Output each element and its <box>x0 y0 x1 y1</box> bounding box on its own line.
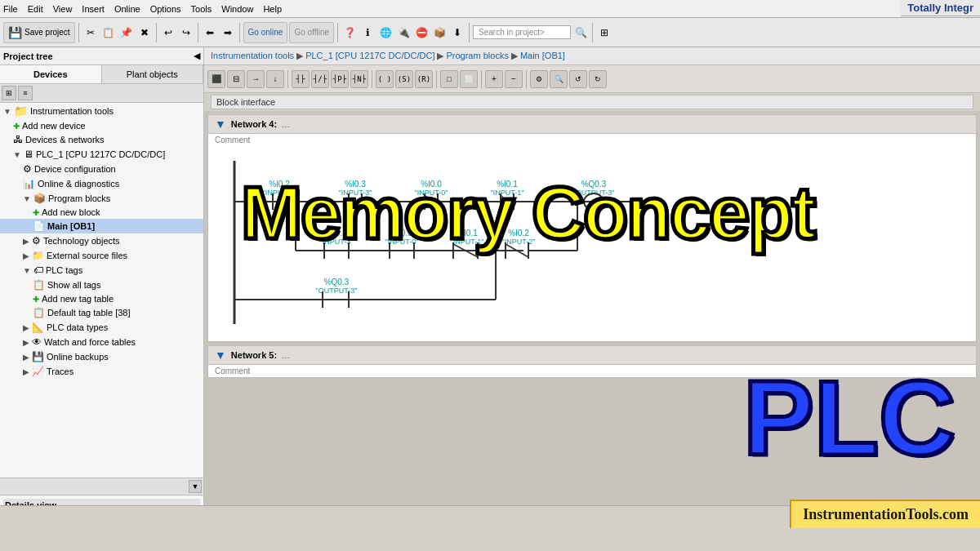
disconnect-icon[interactable]: 🔌 <box>395 24 412 41</box>
tree-item-add-tag-table[interactable]: ✚ Add new tag table <box>0 292 203 305</box>
ladder-btn-1[interactable]: ⬛ <box>207 70 225 88</box>
help-icon[interactable]: ❓ <box>341 24 358 41</box>
network-icon[interactable]: 🌐 <box>377 24 394 41</box>
ladder-contact-nc[interactable]: ┤/├ <box>311 70 329 88</box>
network-scroll-area[interactable]: ▼ Network 4: … Comment %I0.2 <box>204 111 980 528</box>
menu-edit[interactable]: Edit <box>28 4 43 14</box>
go-offline-button[interactable]: Go offline <box>289 22 334 43</box>
tree-item-add-device[interactable]: ✚ Add new device <box>0 119 203 132</box>
breadcrumb-part-1[interactable]: Instrumentation tools <box>211 51 294 60</box>
ladder-more-3[interactable]: ↺ <box>569 70 587 88</box>
toolbar-separator-6 <box>469 23 470 42</box>
tree-item-program-blocks[interactable]: ▼ 📦 Program blocks <box>0 191 203 206</box>
network-4-header: ▼ Network 4: … <box>208 115 976 134</box>
breadcrumb: Instrumentation tools ▶ PLC_1 [CPU 1217C… <box>204 47 980 65</box>
ladder-btn-3[interactable]: → <box>247 70 265 88</box>
ladder-zoom-in[interactable]: + <box>485 70 503 88</box>
ladder-contact-neg[interactable]: ┤N├ <box>350 70 368 88</box>
go-online-button[interactable]: Go online <box>243 22 288 43</box>
ladder-more-4[interactable]: ↻ <box>589 70 607 88</box>
tree-item-main-ob1[interactable]: 📄 Main [OB1] <box>0 219 203 233</box>
tree-label-online-diag: Online & diagnostics <box>38 179 119 189</box>
tree-label-device-config: Device configuration <box>34 164 116 174</box>
toolbar-separator-7 <box>592 23 593 42</box>
ladder-box[interactable]: □ <box>440 70 458 88</box>
menu-insert[interactable]: Insert <box>82 4 105 14</box>
app-branding: Totally Integr <box>901 0 980 16</box>
tab-plant-objects[interactable]: Plant objects <box>102 65 204 83</box>
tree-item-online-backups[interactable]: ▶ 💾 Online backups <box>0 349 203 364</box>
tree-label-tech-objects: Technology objects <box>43 236 120 246</box>
content-area: ⬛ ⊟ → ↓ ┤├ ┤/├ ┤P├ ┤N├ ( ) (S) (R) □ ⬜ +… <box>204 65 980 528</box>
ladder-more-1[interactable]: ⚙ <box>530 70 548 88</box>
redo-icon[interactable]: ↪ <box>178 24 194 41</box>
delete-icon[interactable]: ✖ <box>136 24 153 41</box>
ladder-more-2[interactable]: 🔍 <box>550 70 568 88</box>
menu-view[interactable]: View <box>53 4 73 14</box>
ladder-contact-pos[interactable]: ┤P├ <box>331 70 349 88</box>
download-icon[interactable]: ⬇ <box>449 24 466 41</box>
tree-item-ext-sources[interactable]: ▶ 📁 External source files <box>0 248 203 263</box>
nav1-icon[interactable]: ⬅ <box>202 24 218 41</box>
ladder-contact-no[interactable]: ┤├ <box>292 70 310 88</box>
save-project-button[interactable]: 💾 Save project <box>3 22 75 43</box>
tree-item-device-config[interactable]: ⚙ Device configuration <box>0 162 203 176</box>
ladder-coil-s[interactable]: (S) <box>395 70 413 88</box>
menu-window[interactable]: Window <box>221 4 253 14</box>
tree-item-root[interactable]: ▼ 📁 Instrumentation tools <box>0 103 203 119</box>
paste-icon[interactable]: 📌 <box>118 24 135 41</box>
ladder-btn-4[interactable]: ↓ <box>266 70 284 88</box>
stop-icon[interactable]: ⛔ <box>413 24 430 41</box>
menu-online[interactable]: Online <box>114 4 140 14</box>
ladder-sep-4 <box>481 70 482 88</box>
compile-icon[interactable]: 📦 <box>431 24 448 41</box>
tree-item-watch-force[interactable]: ▶ 👁 Watch and force tables <box>0 335 203 349</box>
tab-devices[interactable]: Devices <box>0 65 102 83</box>
tree-item-tech-objects[interactable]: ▶ ⚙ Technology objects <box>0 233 203 248</box>
sidebar-view-icon[interactable]: ⊞ <box>2 86 16 100</box>
ladder-sep-5 <box>526 70 527 88</box>
tree-item-show-tags[interactable]: 📋 Show all tags <box>0 278 203 292</box>
copy-icon[interactable]: 📋 <box>100 24 117 41</box>
tree-item-devices-networks[interactable]: 🖧 Devices & networks <box>0 132 203 147</box>
sidebar-view2-icon[interactable]: ≡ <box>18 86 33 100</box>
breadcrumb-part-4[interactable]: Main [OB1] <box>520 51 565 60</box>
menu-options[interactable]: Options <box>150 4 181 14</box>
tree-item-traces[interactable]: ▶ 📈 Traces <box>0 364 203 379</box>
tree-item-default-tag-table[interactable]: 📋 Default tag table [38] <box>0 305 203 320</box>
tree-item-plc-tags[interactable]: ▼ 🏷 PLC tags <box>0 263 203 278</box>
ladder-zoom-out[interactable]: − <box>505 70 523 88</box>
ladder-coil[interactable]: ( ) <box>376 70 394 88</box>
undo-icon[interactable]: ↩ <box>160 24 176 41</box>
network-5-dots: … <box>282 351 290 360</box>
tree-item-plc1[interactable]: ▼ 🖥 PLC_1 [CPU 1217C DC/DC/DC] <box>0 147 203 162</box>
nav2-icon[interactable]: ➡ <box>220 24 236 41</box>
breadcrumb-part-2[interactable]: PLC_1 [CPU 1217C DC/DC/DC] <box>305 51 434 60</box>
ladder-btn-2[interactable]: ⊟ <box>227 70 245 88</box>
breadcrumb-part-3[interactable]: Program blocks <box>446 51 508 60</box>
menu-bar: File Edit View Insert Online Options Too… <box>0 0 980 18</box>
cut-icon[interactable]: ✂ <box>82 24 99 41</box>
ladder-coil-r[interactable]: (R) <box>415 70 433 88</box>
menu-file[interactable]: File <box>3 4 18 14</box>
ladder-box2[interactable]: ⬜ <box>460 70 478 88</box>
portal-icon[interactable]: ⊞ <box>596 24 612 41</box>
search-field[interactable]: Search in project> <box>473 25 571 39</box>
search-icon[interactable]: 🔍 <box>572 24 589 41</box>
tree-item-add-block[interactable]: ✚ Add new block <box>0 206 203 219</box>
tree-label-traces: Traces <box>47 367 74 376</box>
sidebar: Devices Plant objects ⊞ ≡ ▼ 📁 Instrument… <box>0 65 204 528</box>
network-4-collapse-icon[interactable]: ▼ <box>215 118 226 131</box>
tree-label-plc1: PLC_1 [CPU 1217C DC/DC/DC] <box>36 149 165 159</box>
tree-label-root: Instrumentation tools <box>30 106 114 116</box>
network-5-collapse-icon[interactable]: ▼ <box>215 349 226 362</box>
menu-help[interactable]: Help <box>263 4 282 14</box>
tree-item-plc-data-types[interactable]: ▶ 📐 PLC data types <box>0 320 203 335</box>
menu-tools[interactable]: Tools <box>191 4 212 14</box>
tree-label-devices-networks: Devices & networks <box>25 135 105 144</box>
tree-item-online-diag[interactable]: 📊 Online & diagnostics <box>0 176 203 191</box>
toolbar-separator-2 <box>156 23 157 42</box>
info-icon[interactable]: ℹ <box>359 24 376 41</box>
sidebar-scroll-down-icon[interactable]: ▼ <box>189 480 202 493</box>
sidebar-collapse-icon[interactable]: ◀ <box>194 51 200 61</box>
